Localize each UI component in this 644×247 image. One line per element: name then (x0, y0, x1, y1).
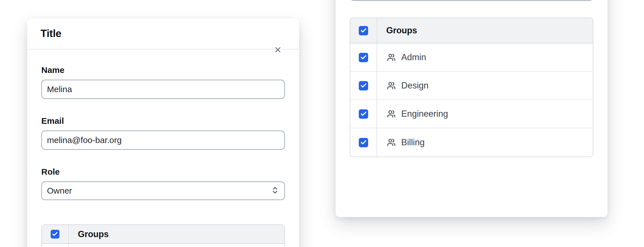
table-row: Design (350, 72, 593, 100)
group-name: Admin (401, 52, 426, 62)
groups-header-checkbox[interactable] (359, 26, 368, 35)
groups-column-header: Groups (78, 229, 109, 239)
edit-user-modal: Title Name Email Role Owner (27, 18, 299, 247)
users-icon (387, 138, 396, 147)
edit-user-modal-scrolled: Groups Admin (336, 0, 607, 217)
groups-table-header: Groups (350, 18, 593, 44)
table-row: Admin (350, 44, 593, 72)
modal-body: Name Email Role Owner (27, 65, 299, 247)
groups-table: Groups Admin (350, 18, 593, 157)
x-icon (274, 46, 282, 54)
users-icon (387, 110, 396, 118)
page-background: Title Name Email Role Owner (0, 0, 644, 247)
check-icon (359, 138, 368, 147)
users-icon (387, 53, 396, 62)
email-input[interactable] (41, 131, 285, 150)
groups-table: Groups (41, 224, 285, 247)
check-icon (51, 230, 59, 239)
role-label: Role (41, 167, 285, 177)
row-checkbox-cell (350, 44, 377, 71)
groups-column-header: Groups (386, 25, 417, 36)
header-checkbox-cell (350, 18, 377, 43)
row-checkbox-cell (350, 128, 377, 157)
row-checkbox[interactable] (359, 53, 368, 62)
name-input[interactable] (41, 80, 285, 99)
table-row: Billing (350, 128, 593, 157)
group-name: Engineering (401, 109, 448, 119)
group-name: Billing (401, 137, 425, 148)
row-checkbox-cell (42, 244, 69, 247)
group-name: Design (401, 81, 429, 91)
name-label: Name (41, 65, 285, 75)
check-icon (359, 53, 368, 62)
check-icon (359, 109, 368, 119)
close-button[interactable] (271, 43, 284, 56)
table-row: Engineering (350, 100, 593, 128)
row-checkbox[interactable] (359, 109, 368, 119)
email-label: Email (41, 116, 285, 126)
role-select[interactable]: Owner (41, 181, 285, 200)
row-checkbox[interactable] (359, 138, 368, 147)
check-icon (359, 26, 368, 35)
users-icon (387, 81, 396, 90)
chevron-up-down-icon (271, 186, 279, 196)
header-checkbox-cell (42, 225, 69, 243)
row-checkbox-cell (350, 100, 377, 128)
row-checkbox-cell (350, 72, 377, 99)
groups-header-checkbox[interactable] (51, 230, 59, 239)
modal-title: Title (40, 28, 61, 40)
table-row (42, 244, 284, 247)
role-select-clipped[interactable] (350, 0, 593, 1)
check-icon (359, 81, 368, 90)
row-checkbox[interactable] (359, 81, 368, 90)
role-select-value: Owner (47, 186, 72, 196)
groups-table-header: Groups (42, 225, 284, 244)
modal-header: Title (27, 18, 299, 49)
